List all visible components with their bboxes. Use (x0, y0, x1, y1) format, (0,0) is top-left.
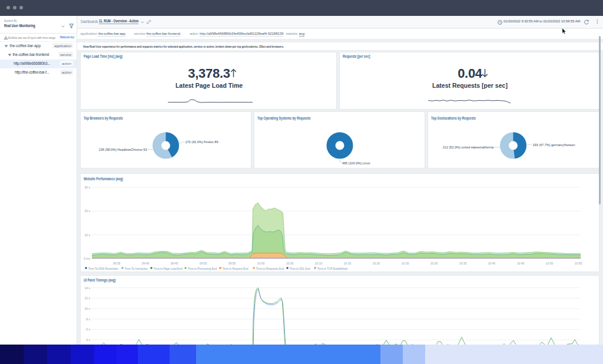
svg-text:10 s: 10 s (85, 306, 91, 310)
svg-text:09:35: 09:35 (113, 262, 121, 265)
svg-text:4 s: 4 s (86, 338, 90, 342)
svg-text:30 s: 30 s (85, 186, 91, 189)
svg-text:170 (42.0%) Firefox 89: 170 (42.0%) Firefox 89 (185, 140, 218, 144)
svg-text:Time to Page Load End: Time to Page Load End (154, 267, 183, 270)
svg-text:10:25: 10:25 (402, 262, 409, 265)
svg-text:Time To DNS Resolution: Time To DNS Resolution (88, 267, 119, 270)
svg-text:0 ms: 0 ms (84, 257, 90, 260)
svg-text:235 (58.0%) HeadlessChrome 93: 235 (58.0%) HeadlessChrome 93 (99, 148, 147, 151)
svg-text:10 s: 10 s (85, 233, 91, 237)
svg-text:193 (47.7%) germany/hessen: 193 (47.7%) germany/hessen (533, 143, 575, 147)
svg-text:09:55: 09:55 (228, 262, 236, 265)
svg-text:Time To Interactive: Time To Interactive (125, 267, 148, 270)
svg-text:10:10: 10:10 (315, 262, 323, 265)
svg-text:10:00: 10:00 (257, 262, 265, 265)
svg-text:14 s: 14 s (85, 286, 91, 289)
svg-text:20 s: 20 s (85, 209, 91, 213)
svg-text:Time to Response End: Time to Response End (256, 267, 284, 270)
svg-text:465 (100.0%) Linux: 465 (100.0%) Linux (342, 161, 370, 165)
svg-text:10:20: 10:20 (373, 262, 380, 265)
svg-text:10:05: 10:05 (286, 262, 294, 265)
svg-text:212 (52.3%) united states/cali: 212 (52.3%) united states/california (443, 145, 494, 149)
svg-text:Time to SSL End: Time to SSL End (290, 267, 311, 270)
svg-text:10:35: 10:35 (459, 262, 467, 265)
svg-text:12 s: 12 s (85, 296, 91, 300)
svg-text:Time to Request End: Time to Request End (223, 267, 249, 270)
svg-text:10:45: 10:45 (517, 262, 525, 265)
svg-text:10:50: 10:50 (546, 262, 554, 265)
svg-text:8 s: 8 s (86, 317, 90, 320)
svg-text:10:15: 10:15 (344, 262, 352, 265)
svg-text:10:55: 10:55 (575, 262, 582, 265)
svg-text:09:50: 09:50 (200, 262, 207, 265)
svg-text:6 s: 6 s (86, 327, 90, 331)
svg-text:10:30: 10:30 (430, 262, 438, 265)
svg-text:Time to TCP Established: Time to TCP Established (317, 267, 348, 270)
svg-text:09:40: 09:40 (142, 262, 150, 265)
svg-text:Time to Processing End: Time to Processing End (188, 267, 217, 270)
svg-text:09:45: 09:45 (171, 262, 178, 265)
svg-text:10:40: 10:40 (488, 262, 496, 265)
